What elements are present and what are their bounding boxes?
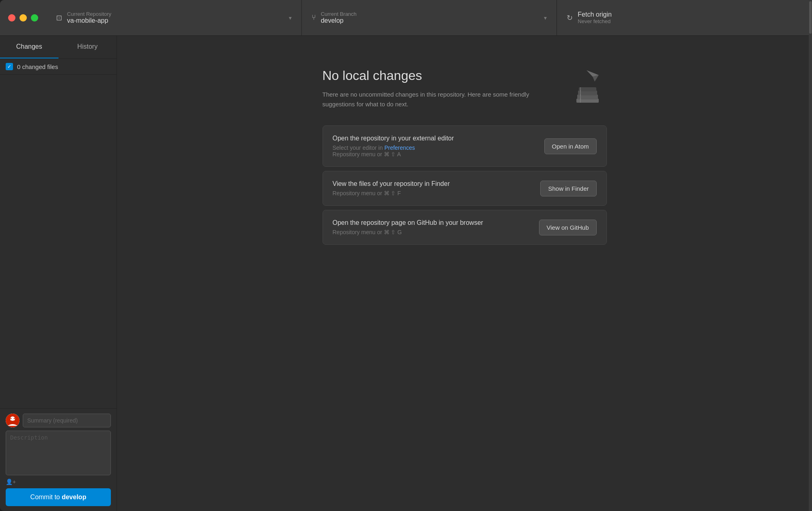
suggestion-title-github: Open the repository page on GitHub in yo… [333, 219, 539, 226]
titlebar-sections: ⊡ Current Repository va-mobile-app ▾ ⑂ C… [46, 0, 812, 35]
scrollbar[interactable] [809, 36, 812, 511]
open-in-atom-button[interactable]: Open in Atom [544, 138, 597, 154]
branch-text-group: Current Branch develop [321, 11, 357, 24]
tab-changes[interactable]: Changes [0, 36, 58, 58]
suggestion-shortcut-editor: Select your editor in Preferences [333, 144, 544, 151]
svg-point-3 [14, 418, 15, 419]
traffic-lights [0, 14, 46, 22]
sidebar: Changes History ✓ 0 changed files [0, 36, 117, 511]
suggestion-title-editor: Open the repository in your external edi… [333, 135, 544, 142]
changed-files-row[interactable]: ✓ 0 changed files [0, 59, 117, 75]
commit-summary-row [6, 414, 111, 427]
main-content: No local changes There are no uncommitte… [117, 36, 812, 511]
suggestion-info-finder: View the files of your repository in Fin… [333, 180, 541, 196]
maximize-button[interactable] [31, 14, 38, 22]
select-all-checkbox[interactable]: ✓ [6, 63, 13, 70]
fetch-sub: Never fetched [578, 18, 612, 24]
summary-input[interactable] [23, 414, 111, 427]
repo-chevron-icon: ▾ [289, 15, 292, 21]
no-changes-illustration [570, 68, 607, 106]
app-window: ⊡ Current Repository va-mobile-app ▾ ⑂ C… [0, 0, 812, 511]
branch-icon: ⑂ [312, 13, 316, 22]
suggestion-card-finder: View the files of your repository in Fin… [323, 171, 607, 206]
branch-chevron-icon: ▾ [544, 15, 547, 21]
commit-area: 👤+ Commit to develop [0, 408, 117, 511]
branch-name: develop [321, 17, 357, 24]
tab-history[interactable]: History [58, 36, 117, 58]
fetch-label: Fetch origin [578, 11, 612, 18]
svg-rect-7 [579, 87, 596, 91]
no-changes-title: No local changes [323, 68, 562, 83]
suggestion-shortcut-github: Repository menu or ⌘ ⇧ G [333, 229, 539, 235]
branch-label: Current Branch [321, 11, 357, 17]
description-input[interactable] [6, 431, 111, 475]
no-changes-desc: There are no uncommitted changes in this… [323, 90, 562, 109]
no-changes-header: No local changes There are no uncommitte… [323, 68, 607, 109]
add-coauthor-icon: 👤+ [6, 479, 16, 485]
titlebar: ⊡ Current Repository va-mobile-app ▾ ⑂ C… [0, 0, 812, 36]
suggestion-shortcut2-editor: Repository menu or ⌘ ⇧ A [333, 151, 544, 157]
show-in-finder-button[interactable]: Show in Finder [540, 181, 596, 196]
svg-point-2 [11, 418, 12, 419]
repo-label: Current Repository [67, 11, 111, 17]
suggestion-cards: Open the repository in your external edi… [323, 125, 607, 249]
suggestion-info-github: Open the repository page on GitHub in yo… [333, 219, 539, 235]
no-changes-text: No local changes There are no uncommitte… [323, 68, 562, 109]
current-repository-section[interactable]: ⊡ Current Repository va-mobile-app ▾ [46, 0, 302, 35]
files-area [0, 75, 117, 408]
fetch-icon: ↻ [567, 13, 573, 22]
main-layout: Changes History ✓ 0 changed files [0, 36, 812, 511]
preferences-link[interactable]: Preferences [384, 144, 415, 151]
fetch-text-group: Fetch origin Never fetched [578, 11, 612, 24]
repo-text-group: Current Repository va-mobile-app [67, 11, 111, 24]
changed-files-label: 0 changed files [17, 63, 58, 70]
commit-button[interactable]: Commit to develop [6, 488, 111, 506]
current-branch-section[interactable]: ⑂ Current Branch develop ▾ [302, 0, 557, 35]
suggestion-shortcut-finder: Repository menu or ⌘ ⇧ F [333, 190, 541, 196]
view-on-github-button[interactable]: View on GitHub [539, 220, 597, 235]
add-coauthor-row[interactable]: 👤+ [6, 479, 111, 485]
no-changes-section: No local changes There are no uncommitte… [323, 68, 607, 249]
sidebar-tabs: Changes History [0, 36, 117, 59]
close-button[interactable] [8, 14, 15, 22]
repository-icon: ⊡ [56, 13, 62, 22]
avatar [6, 414, 19, 427]
minimize-button[interactable] [19, 14, 27, 22]
repo-name: va-mobile-app [67, 17, 111, 24]
suggestion-card-editor: Open the repository in your external edi… [323, 125, 607, 167]
suggestion-title-finder: View the files of your repository in Fin… [333, 180, 541, 188]
fetch-origin-section[interactable]: ↻ Fetch origin Never fetched [557, 0, 812, 35]
suggestion-info-editor: Open the repository in your external edi… [333, 135, 544, 157]
suggestion-card-github: Open the repository page on GitHub in yo… [323, 210, 607, 245]
